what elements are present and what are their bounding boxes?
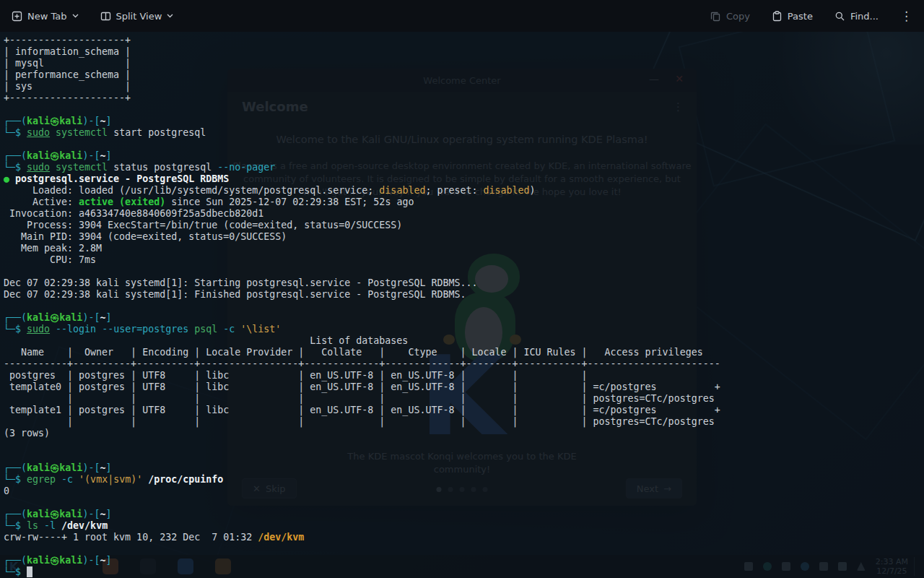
terminal-line: +--------------------+ <box>4 92 924 104</box>
terminal-line: ┌──(kali㉿kali)-[~] <box>4 116 924 127</box>
terminal-line: template1 | postgres | UTF8 | libc | en_… <box>4 405 924 416</box>
split-view-button[interactable]: Split View <box>100 11 174 22</box>
terminal-line: Invocation: a46334740e8840609f25a5dbecb8… <box>4 208 924 220</box>
terminal-line: └─$ ls -l /dev/kvm <box>4 520 924 532</box>
terminal-line: ┌──(kali㉿kali)-[~] <box>4 555 924 566</box>
terminal-line: ┌──(kali㉿kali)-[~] <box>4 150 924 162</box>
terminal-line: ● postgresql.service - PostgreSQL RDBMS <box>4 173 924 185</box>
terminal-line: └─$ sudo systemctl status postgresql --n… <box>4 162 924 173</box>
terminal-line: Active: active (exited) since Sun 2025-1… <box>4 197 924 208</box>
terminal-line: └─$ <box>4 566 924 578</box>
chevron-down-icon <box>72 14 79 18</box>
find-label: Find... <box>850 11 879 22</box>
kebab-menu-icon[interactable]: ⋮ <box>900 10 912 22</box>
terminal-line: | | | | | | | | postgres=CTc/postgres <box>4 416 924 428</box>
terminal-line: | mysql | <box>4 58 924 69</box>
terminal-line: Dec 07 02:29:38 kali systemd[1]: Finishe… <box>4 289 924 301</box>
terminal-line <box>4 104 924 116</box>
toolbar-right-group: Copy Paste Find... ⋮ <box>710 10 912 22</box>
copy-label: Copy <box>726 11 750 22</box>
terminal-line: | | | | | | | | postgres=CTc/postgres <box>4 393 924 405</box>
find-button[interactable]: Find... <box>834 11 879 22</box>
terminal-line: -----------+----------+----------+------… <box>4 358 924 370</box>
terminal-output: +--------------------+| information_sche… <box>4 35 924 578</box>
terminal-line: Name | Owner | Encoding | Locale Provide… <box>4 347 924 358</box>
terminal-line: (3 rows) <box>4 428 924 439</box>
terminal-line <box>4 139 924 150</box>
split-view-icon <box>100 11 111 22</box>
terminal-line: └─$ egrep -c '(vmx|svm)' /proc/cpuinfo <box>4 474 924 486</box>
terminal-line: | sys | <box>4 81 924 92</box>
terminal-toolbar: New Tab Split View Copy <box>0 0 924 32</box>
terminal-line: Loaded: loaded (/usr/lib/systemd/system/… <box>4 185 924 197</box>
terminal-line <box>4 543 924 555</box>
paste-label: Paste <box>788 11 813 22</box>
terminal-line: postgres | postgres | UTF8 | libc | en_U… <box>4 370 924 381</box>
terminal-line: Mem peak: 2.8M <box>4 243 924 254</box>
terminal-line <box>4 301 924 312</box>
terminal-line: | performance_schema | <box>4 69 924 81</box>
terminal-line: crw-rw----+ 1 root kvm 10, 232 Dec 7 01:… <box>4 532 924 543</box>
terminal-line: Process: 3904 ExecStart=/bin/true (code=… <box>4 220 924 231</box>
terminal-line <box>4 266 924 277</box>
paste-button[interactable]: Paste <box>772 11 813 22</box>
terminal-line: ┌──(kali㉿kali)-[~] <box>4 509 924 520</box>
terminal-line: template0 | postgres | UTF8 | libc | en_… <box>4 381 924 393</box>
terminal-line: ┌──(kali㉿kali)-[~] <box>4 462 924 474</box>
terminal-line: Main PID: 3904 (code=exited, status=0/SU… <box>4 231 924 243</box>
terminal-line: Dec 07 02:29:38 kali systemd[1]: Startin… <box>4 277 924 289</box>
terminal[interactable]: +--------------------+| information_sche… <box>0 32 924 578</box>
terminal-line: 0 <box>4 486 924 497</box>
new-tab-button[interactable]: New Tab <box>12 11 79 22</box>
terminal-line: └─$ sudo systemctl start postgresql <box>4 127 924 139</box>
terminal-line: | information_schema | <box>4 46 924 58</box>
terminal-line <box>4 497 924 509</box>
copy-icon <box>710 11 721 22</box>
terminal-line <box>4 439 924 451</box>
paste-icon <box>772 11 783 22</box>
new-tab-icon <box>12 11 22 22</box>
terminal-line: CPU: 7ms <box>4 254 924 266</box>
new-tab-label: New Tab <box>27 11 67 22</box>
terminal-line: ┌──(kali㉿kali)-[~] <box>4 312 924 324</box>
terminal-line: List of databases <box>4 335 924 347</box>
split-view-label: Split View <box>116 11 162 22</box>
terminal-line <box>4 451 924 462</box>
terminal-line: +--------------------+ <box>4 35 924 46</box>
chevron-down-icon <box>167 14 173 18</box>
search-icon <box>834 11 845 22</box>
terminal-line: └─$ sudo --login --user=postgres psql -c… <box>4 324 924 335</box>
copy-button[interactable]: Copy <box>710 11 750 22</box>
